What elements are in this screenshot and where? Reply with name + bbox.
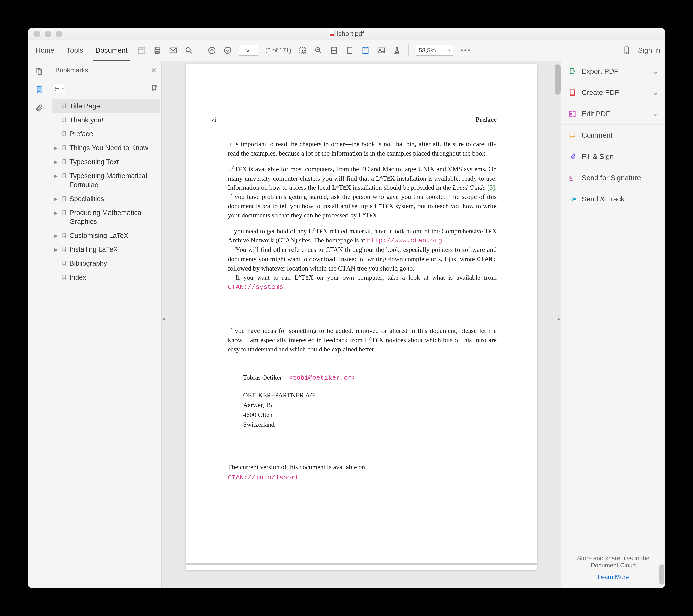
add-bookmark-icon[interactable] <box>151 85 158 93</box>
bookmark-item[interactable]: Index <box>52 270 160 284</box>
bookmark-item[interactable]: ▶Installing LaTeX <box>52 243 160 256</box>
tool-row-fill-sign[interactable]: Fill & Sign <box>561 146 665 167</box>
bookmark-ribbon-icon <box>61 246 67 253</box>
expand-caret-icon <box>54 116 59 117</box>
svg-point-30 <box>574 199 576 200</box>
fit-width-icon[interactable] <box>330 46 338 55</box>
bookmark-label: Customising LaTeX <box>70 231 158 240</box>
bookmark-item[interactable]: ▶Typesetting Text <box>52 155 160 169</box>
expand-caret-icon[interactable]: ▶ <box>54 208 59 216</box>
svg-rect-26 <box>570 112 572 114</box>
expand-caret-icon <box>54 130 59 131</box>
vertical-scrollbar[interactable] <box>555 64 561 95</box>
print-icon[interactable] <box>153 46 162 55</box>
tab-document[interactable]: Document <box>93 40 130 61</box>
expand-caret-icon[interactable]: ▶ <box>54 194 59 202</box>
zoom-dropdown[interactable]: 58,5%▾ <box>416 45 453 56</box>
right-scrollbar[interactable] <box>659 564 664 584</box>
svg-point-10 <box>302 50 305 53</box>
page-display-icon[interactable] <box>361 46 370 55</box>
bookmark-ribbon-icon <box>61 116 67 123</box>
bookmark-label: Typesetting Mathematical Formulae <box>70 171 158 189</box>
bookmark-label: Index <box>70 273 158 282</box>
comment-icon <box>568 131 577 140</box>
window-minimize-button[interactable] <box>45 30 51 37</box>
search-icon[interactable] <box>184 46 193 55</box>
svg-rect-3 <box>156 47 159 49</box>
document-viewport[interactable]: ◂ vi Preface It is important to read the… <box>162 61 561 588</box>
bookmark-item[interactable]: ▶Specialities <box>52 192 160 206</box>
page-up-icon[interactable] <box>207 46 216 55</box>
tool-label: Edit PDF <box>582 110 610 118</box>
page-number-input[interactable] <box>239 45 258 56</box>
paragraph: If you need to get hold of any LᴬTᴇX rel… <box>228 227 497 292</box>
svg-rect-28 <box>573 112 575 117</box>
tab-home[interactable]: Home <box>33 40 57 61</box>
bookmark-label: Things You Need to Know <box>70 144 158 152</box>
bookmark-ribbon-icon <box>61 102 67 109</box>
bookmark-item[interactable]: Bibliography <box>52 256 160 270</box>
svg-rect-24 <box>570 68 574 74</box>
window-title: lshort.pdf <box>337 30 364 38</box>
attachments-icon[interactable] <box>35 103 44 112</box>
bookmark-item[interactable]: Thank you! <box>52 113 160 127</box>
svg-rect-0 <box>138 47 145 54</box>
close-panel-icon[interactable]: ✕ <box>151 66 156 75</box>
tool-row-send-track[interactable]: Send & Track <box>561 188 665 210</box>
mail-icon[interactable] <box>169 46 177 55</box>
expand-caret-icon[interactable]: ▶ <box>54 144 59 151</box>
expand-caret-icon[interactable]: ▶ <box>54 171 59 179</box>
bookmark-item[interactable]: ▶Producing Mathematical Graphics <box>52 206 160 229</box>
author-email: <tobi@oetiker.ch> <box>289 374 356 382</box>
svg-point-18 <box>626 53 627 53</box>
bookmark-item[interactable]: ▶Typesetting Mathematical Formulae <box>52 169 160 192</box>
mobile-icon[interactable] <box>622 46 631 55</box>
bookmark-label: Bibliography <box>70 259 158 268</box>
tool-label: Send for Signature <box>582 174 641 182</box>
tool-row-send-for-signature[interactable]: xSend for Signature <box>561 167 665 188</box>
tool-label: Export PDF <box>582 67 618 76</box>
tool-row-comment[interactable]: Comment <box>561 125 665 146</box>
tool-row-edit-pdf[interactable]: Edit PDF⌄ <box>561 103 665 125</box>
bookmark-label: Thank you! <box>70 116 158 125</box>
learn-more-link[interactable]: Learn More <box>569 573 657 580</box>
collapse-right-handle[interactable]: ▸ <box>557 314 561 324</box>
svg-rect-20 <box>38 70 41 75</box>
paragraph: It is important to read the chapters in … <box>228 140 497 158</box>
pdf-file-icon <box>329 31 335 37</box>
window-zoom-button[interactable] <box>56 30 62 37</box>
tab-tools[interactable]: Tools <box>64 40 86 61</box>
svg-point-6 <box>186 47 190 52</box>
thumbnails-icon[interactable] <box>35 67 44 76</box>
svg-point-21 <box>55 87 56 87</box>
zoom-out-icon[interactable] <box>314 46 323 55</box>
bookmark-item[interactable]: Title Page <box>52 99 160 113</box>
bookmark-item[interactable]: Preface <box>52 127 160 141</box>
bookmark-options-button[interactable]: ▾ <box>54 84 65 94</box>
svg-rect-27 <box>570 115 572 117</box>
more-tools-button[interactable]: ••• <box>460 46 472 55</box>
paragraph: LᴬTᴇX is available for most computers, f… <box>228 165 497 220</box>
page-count-label: (6 of 171) <box>265 47 292 54</box>
address-line: Aarweg 15 <box>243 401 497 410</box>
stamp-icon[interactable] <box>393 46 401 55</box>
expand-caret-icon[interactable]: ▶ <box>54 158 59 165</box>
bookmark-item[interactable]: ▶Things You Need to Know <box>52 141 160 155</box>
tool-label: Fill & Sign <box>582 152 614 161</box>
collapse-left-handle[interactable]: ◂ <box>162 314 166 324</box>
tool-row-export-pdf[interactable]: Export PDF⌄ <box>561 61 665 82</box>
titlebar: lshort.pdf <box>28 28 665 40</box>
bookmark-item[interactable]: ▶Customising LaTeX <box>52 229 160 243</box>
bookmarks-icon[interactable] <box>35 85 44 94</box>
insert-image-icon[interactable] <box>377 46 385 55</box>
expand-caret-icon[interactable]: ▶ <box>54 231 59 239</box>
page-down-icon[interactable] <box>223 46 232 55</box>
window-close-button[interactable] <box>34 30 40 37</box>
tool-row-create-pdf[interactable]: Create PDF⌄ <box>561 82 665 103</box>
expand-caret-icon[interactable]: ▶ <box>54 245 59 253</box>
marquee-zoom-icon[interactable] <box>298 46 307 55</box>
sign-in-link[interactable]: Sign In <box>638 46 660 55</box>
svg-point-8 <box>224 47 231 54</box>
address-line: Switzerland <box>243 420 497 429</box>
fit-page-icon[interactable] <box>345 46 354 55</box>
